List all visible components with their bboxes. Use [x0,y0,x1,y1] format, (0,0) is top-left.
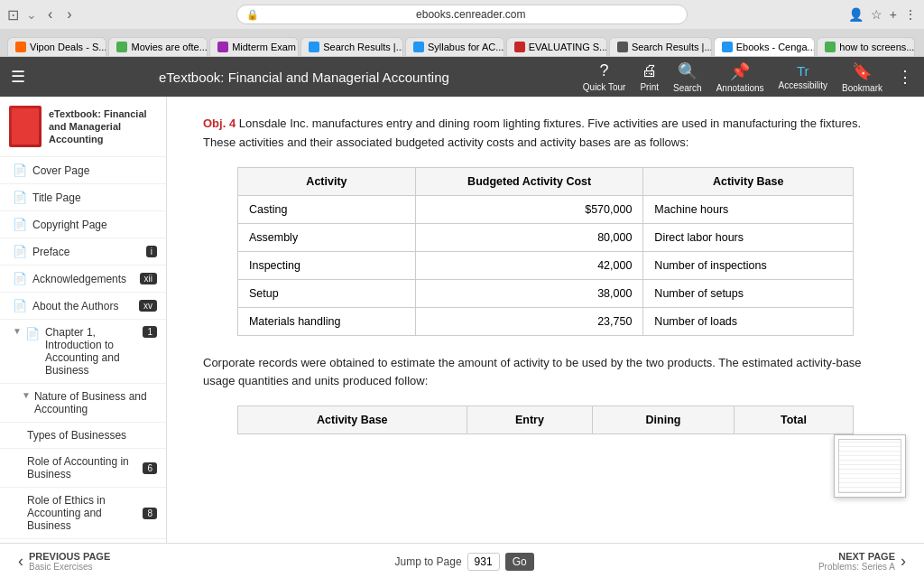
sidebar-label-cover-page: Cover Page [32,164,157,177]
tab-7[interactable]: Ebooks - Cenga... ✕ [714,37,816,56]
sidebar-label-acknowledgements: Acknowledgements [32,273,140,285]
tab-2[interactable]: Midterm Exam ✕ [209,37,299,56]
more-options-button[interactable]: ⋮ [897,67,913,87]
accessibility-button[interactable]: Tr Accessibility [779,63,827,90]
activity-base-table: Activity Base Entry Dining Total [237,406,854,434]
tab-0[interactable]: Vipon Deals - S... ✕ [7,37,106,56]
row-activity-2: Inspecting [237,251,415,279]
tab-6[interactable]: Search Results |... ✕ [609,37,712,56]
row-cost-4: 23,750 [415,307,642,335]
sidebar-badge-preface: i [146,246,157,257]
sidebar-label-about-authors: About the Authors [32,300,139,312]
intro-text: Lonsdale Inc. manufactures entry and din… [203,117,861,149]
sidebar-badge-acknowledgements: xii [140,273,157,284]
toolbar-actions: ? Quick Tour 🖨 Print 🔍 Search 📌 Annotati… [583,61,913,93]
page-number-input[interactable] [467,553,500,571]
book-cover [9,106,42,147]
sidebar-badge-about-authors: xv [139,300,157,312]
doc-icon-6: 📄 [25,327,40,340]
sidebar-item-nature-business[interactable]: ▼ Nature of Business and Accounting [0,384,166,423]
col-header-budgeted-cost: Budgeted Activity Cost [415,167,642,195]
sidebar-label-types-businesses: Types of Businesses [27,429,157,442]
sidebar-item-title-page[interactable]: 📄 Title Page [0,184,166,211]
row-activity-3: Setup [237,279,415,307]
col-header-total: Total [734,406,853,434]
previous-page-subtitle: Basic Exercises [29,562,110,572]
previous-page-button[interactable]: ‹ PREVIOUS PAGE Basic Exercises [18,551,110,572]
sidebar-item-cover-page[interactable]: 📄 Cover Page [0,157,166,184]
prev-chevron-icon: ‹ [18,552,23,571]
tab-label-2: Midterm Exam [232,42,296,52]
row-base-0: Machine hours [643,195,854,223]
activity-table: Activity Budgeted Activity Cost Activity… [237,167,854,336]
sidebar-item-types-businesses[interactable]: Types of Businesses [0,423,166,449]
sidebar-label-copyright-page: Copyright Page [32,219,157,231]
menu-icon[interactable]: ☰ [11,67,25,87]
sidebar-item-role-accounting[interactable]: Role of Accounting in Business 6 [0,449,166,488]
table-row: Setup 38,000 Number of setups [237,279,853,307]
doc-icon-5: 📄 [13,299,27,312]
address-bar[interactable]: 🔒 ebooks.cenreader.com [236,5,688,24]
sidebar-item-preface[interactable]: 📄 Preface i [0,238,166,266]
tab-favicon-3 [309,42,319,52]
annotations-icon: 📌 [730,61,750,81]
next-page-button[interactable]: NEXT PAGE Problems: Series A › [818,551,906,572]
col-header-activity: Activity [237,167,415,195]
previous-page-label: PREVIOUS PAGE [29,551,110,562]
sidebar-item-chapter1[interactable]: ▼ 📄 Chapter 1, Introduction to Accountin… [0,320,166,384]
profile-icon[interactable]: 👤 [848,7,864,22]
tab-8[interactable]: how to screens... ✕ [817,37,915,56]
search-button[interactable]: 🔍 Search [673,61,702,93]
tab-favicon-8 [825,42,836,52]
sidebar-label-role-accounting: Role of Accounting in Business [27,455,143,480]
book-cover-inner [12,108,39,144]
go-button[interactable]: Go [505,553,534,571]
bookmark-button[interactable]: 🔖 Bookmark [842,61,882,93]
star-icon[interactable]: ☆ [871,7,882,22]
sidebar-item-role-ethics[interactable]: Role of Ethics in Accounting and Busines… [0,488,166,539]
sidebar-item-copyright-page[interactable]: 📄 Copyright Page [0,211,166,238]
bookmark-icon: 🔖 [852,61,872,81]
sidebar-item-acknowledgements[interactable]: 📄 Acknowledgements xii [0,266,166,293]
row-base-1: Direct labor hours [643,223,854,251]
lock-icon: 🔒 [246,9,259,21]
annotations-button[interactable]: 📌 Annotations [716,61,764,93]
search-icon: 🔍 [678,61,698,81]
sidebar-item-about-authors[interactable]: 📄 About the Authors xv [0,293,166,320]
col-header-entry: Entry [467,406,593,434]
tab-label-1: Movies are ofte... [131,42,207,52]
more-icon[interactable]: ⋮ [904,7,917,22]
content-intro: Obj. 4 Lonsdale Inc. manufactures entry … [203,115,888,153]
row-cost-3: 38,000 [415,279,642,307]
window-controls: ⊡ ⌄ [7,6,37,23]
sidebar: eTextbook: Financial and Managerial Acco… [0,97,167,543]
book-header: eTextbook: Financial and Managerial Acco… [0,97,166,157]
tab-label-5: EVALUATING S... [529,42,607,52]
tab-1[interactable]: Movies are ofte... ✕ [108,37,208,56]
sidebar-label-chapter1: Chapter 1, Introduction to Accounting an… [45,326,143,377]
print-button[interactable]: 🖨 Print [640,61,659,92]
tab-5[interactable]: EVALUATING S... ✕ [506,37,607,56]
chevron-down-icon-nature: ▼ [22,390,31,400]
row-cost-2: 42,000 [415,251,642,279]
sidebar-label-nature-business: Nature of Business and Accounting [34,390,157,415]
row-cost-0: $570,000 [415,195,642,223]
tab-3[interactable]: Search Results |... ✕ [300,37,403,56]
window-icon: ⊡ [7,6,19,23]
accessibility-icon: Tr [797,63,809,79]
tab-4[interactable]: Syllabus for AC... ✕ [405,37,504,56]
add-tab-icon[interactable]: + [890,7,897,22]
next-page-label: NEXT PAGE [818,551,895,562]
tab-favicon-4 [413,42,424,52]
print-icon: 🖨 [642,61,658,80]
sidebar-label-role-ethics: Role of Ethics in Accounting and Busines… [27,494,143,532]
browser-chrome: ⊡ ⌄ ‹ › 🔒 ebooks.cenreader.com 👤 ☆ + ⋮ V… [0,0,924,57]
chevron-down-icon[interactable]: ⌄ [26,7,37,22]
forward-button[interactable]: › [63,5,75,24]
tab-label-0: Vipon Deals - S... [30,42,106,52]
back-button[interactable]: ‹ [44,5,56,24]
doc-icon-3: 📄 [13,245,27,258]
row-base-3: Number of setups [643,279,854,307]
quick-tour-button[interactable]: ? Quick Tour [583,61,626,92]
sidebar-badge-role-accounting: 6 [143,462,157,474]
